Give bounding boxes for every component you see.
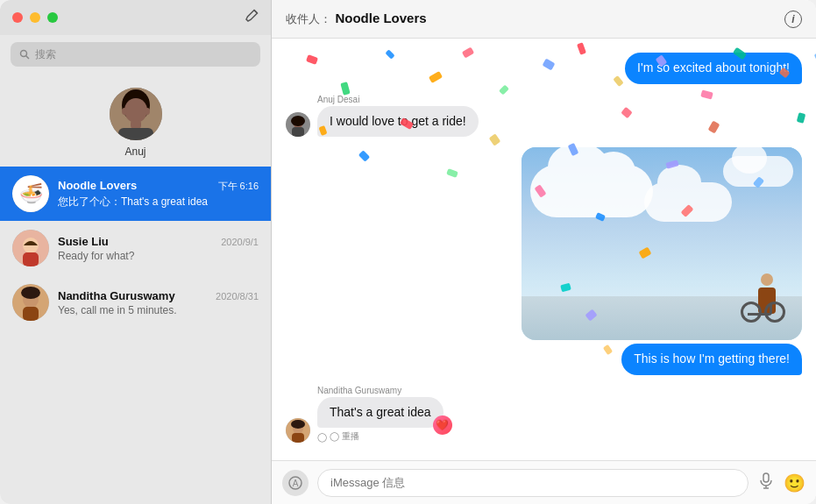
conversation-list: 🍜 Noodle Lovers 下午 6:16 您比了个心：That's a g… — [0, 167, 271, 504]
svg-rect-5 — [131, 120, 141, 129]
conv-preview-noodle: 您比了个心：That's a great idea — [58, 195, 259, 209]
svg-point-25 — [291, 420, 305, 429]
conv-name-susie: Susie Liu — [58, 235, 109, 248]
svg-rect-6 — [118, 128, 153, 140]
titlebar — [0, 0, 271, 35]
conv-avatar-nanditha — [12, 284, 49, 321]
message-bubble-2: I would love to get a ride! — [317, 106, 479, 138]
chat-messages: I'm so excited about tonight! Anuj Desai… — [272, 39, 816, 460]
conv-content-susie: Susie Liu 2020/9/1 Ready for what? — [58, 235, 259, 262]
search-bar[interactable]: 搜索 — [11, 42, 260, 67]
message-bubble-4: That's a great idea — [317, 397, 443, 429]
message-bubble-3: This is how I'm getting there! — [621, 344, 802, 375]
svg-point-0 — [21, 51, 27, 57]
svg-text:🍜: 🍜 — [19, 181, 44, 205]
message-row-1: I'm so excited about tonight! — [286, 53, 802, 84]
compose-button[interactable] — [245, 9, 259, 26]
svg-point-7 — [122, 108, 127, 115]
chat-header-name: Noodle Lovers — [335, 11, 426, 25]
message-image-3 — [522, 147, 802, 340]
search-placeholder: 搜索 — [35, 47, 56, 62]
conv-time-noodle: 下午 6:16 — [218, 180, 259, 193]
svg-point-8 — [145, 108, 150, 115]
chat-input-area: A 🙂 — [272, 460, 816, 504]
replay-label: ◯◯ 重播 — [317, 430, 443, 443]
msg-avatar-nanditha — [286, 418, 310, 443]
conv-name-noodle: Noodle Lovers — [58, 179, 137, 192]
svg-line-1 — [26, 56, 30, 60]
audio-button[interactable] — [757, 472, 775, 493]
svg-point-21 — [291, 116, 305, 126]
message-input[interactable] — [317, 469, 749, 497]
chat-header: 收件人： Noodle Lovers i — [272, 0, 816, 39]
close-button[interactable] — [12, 12, 23, 23]
conv-preview-susie: Ready for what? — [58, 250, 259, 262]
emoji-button[interactable]: 🙂 — [784, 472, 805, 493]
conversation-item-susie[interactable]: Susie Liu 2020/9/1 Ready for what? — [0, 221, 271, 275]
conv-name-nanditha: Nanditha Guruswamy — [58, 289, 175, 302]
message-row-2: Anuj Desai I would love to get a ride! — [286, 95, 802, 138]
svg-point-4 — [124, 98, 147, 123]
message-row-4: Nanditha Guruswamy That's a great idea ❤… — [286, 386, 802, 444]
conv-avatar-noodle: 🍜 — [12, 175, 49, 212]
featured-contact[interactable]: Anuj — [0, 74, 271, 167]
msg-sender-2: Anuj Desai — [317, 95, 479, 104]
conv-time-nanditha: 2020/8/31 — [216, 291, 259, 302]
conversation-item-noodle-lovers[interactable]: 🍜 Noodle Lovers 下午 6:16 您比了个心：That's a g… — [0, 167, 271, 221]
conv-time-susie: 2020/9/1 — [221, 237, 259, 247]
app-store-button[interactable]: A — [282, 470, 309, 496]
msg-sender-4: Nanditha Guruswamy — [317, 386, 443, 395]
svg-rect-24 — [292, 433, 304, 443]
msg-avatar-anuj — [286, 112, 310, 137]
conv-preview-nanditha: Yes, call me in 5 minutes. — [58, 304, 259, 316]
conv-content-nanditha: Nanditha Guruswamy 2020/8/31 Yes, call m… — [58, 289, 259, 316]
chat-header-prefix: 收件人： — [286, 12, 331, 25]
svg-rect-20 — [292, 127, 304, 137]
featured-avatar — [110, 88, 162, 140]
message-bubble-1: I'm so excited about tonight! — [625, 53, 802, 84]
search-icon — [19, 49, 30, 60]
minimize-button[interactable] — [30, 12, 40, 23]
conv-content-noodle: Noodle Lovers 下午 6:16 您比了个心：That's a gre… — [58, 179, 259, 209]
conv-avatar-susie — [12, 230, 49, 266]
svg-rect-13 — [23, 252, 39, 266]
heart-reaction: ❤️ — [433, 415, 452, 435]
featured-contact-name: Anuj — [124, 146, 145, 158]
sidebar: 搜索 Anuj — [0, 0, 272, 504]
conversation-item-nanditha[interactable]: Nanditha Guruswamy 2020/8/31 Yes, call m… — [0, 275, 271, 330]
svg-point-17 — [21, 287, 40, 299]
maximize-button[interactable] — [47, 12, 58, 23]
chat-area: 收件人： Noodle Lovers i I'm so excited abou… — [272, 0, 816, 504]
msg-wrap-2: Anuj Desai I would love to get a ride! — [317, 95, 479, 138]
svg-rect-16 — [23, 307, 39, 321]
svg-text:A: A — [293, 479, 299, 488]
info-button[interactable]: i — [784, 11, 802, 28]
msg-wrap-4: Nanditha Guruswamy That's a great idea ❤… — [317, 386, 443, 444]
message-row-3: This is how I'm getting there! — [286, 147, 802, 375]
svg-rect-28 — [763, 473, 769, 482]
